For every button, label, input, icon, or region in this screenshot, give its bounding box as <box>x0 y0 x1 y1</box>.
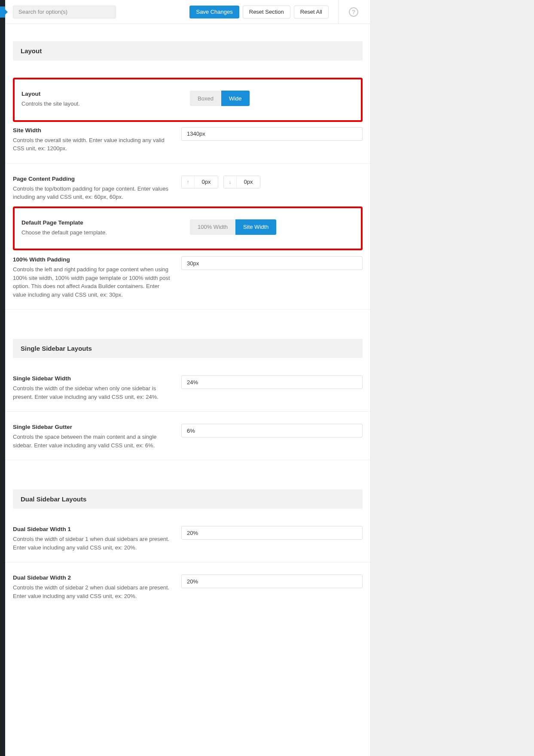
padding-spinner-group: ↑ ↓ <box>181 176 363 188</box>
option-label: Layout <box>21 91 181 97</box>
option-label: 100% Width Padding <box>13 256 173 263</box>
layout-toggle: Boxed Wide <box>190 91 250 106</box>
option-label: Dual Sidebar Width 2 <box>13 574 173 581</box>
option-desc: Controls the space between the main cont… <box>13 433 173 449</box>
panel-top-bar: Save Changes Reset Section Reset All ? <box>5 0 370 24</box>
padding-bottom-input[interactable] <box>237 176 260 188</box>
single-sidebar-width-input[interactable] <box>181 375 363 389</box>
top-divider <box>338 0 339 24</box>
help-icon[interactable]: ? <box>349 7 358 17</box>
option-label: Single Sidebar Gutter <box>13 424 173 430</box>
layout-option-wide[interactable]: Wide <box>221 91 250 106</box>
option-label: Dual Sidebar Width 1 <box>13 526 173 532</box>
option-label: Single Sidebar Width <box>13 375 173 382</box>
default-page-template-toggle: 100% Width Site Width <box>190 219 276 235</box>
option-desc: Controls the left and right padding for … <box>13 265 173 299</box>
save-changes-button[interactable]: Save Changes <box>189 6 239 18</box>
single-sidebar-gutter-input[interactable] <box>181 424 363 437</box>
padding-top-input[interactable] <box>195 176 218 188</box>
sidebar-collapse-tab[interactable] <box>0 6 5 18</box>
option-desc: Controls the width of sidebar 1 when dua… <box>13 535 173 552</box>
section-header-layout: Layout <box>13 41 363 61</box>
option-label: Default Page Template <box>21 219 181 226</box>
template-option-site-width[interactable]: Site Width <box>235 219 276 235</box>
section-header-single-sidebar: Single Sidebar Layouts <box>13 339 363 358</box>
option-label: Site Width <box>13 127 173 134</box>
dual-sidebar-width1-input[interactable] <box>181 526 363 540</box>
option-desc: Controls the top/bottom padding for page… <box>13 185 173 201</box>
option-desc: Controls the overall site width. Enter v… <box>13 136 173 153</box>
template-option-100-width[interactable]: 100% Width <box>190 219 235 235</box>
reset-section-button[interactable]: Reset Section <box>243 6 290 18</box>
dual-sidebar-width2-input[interactable] <box>181 574 363 588</box>
width-100-padding-input[interactable] <box>181 256 363 270</box>
callout-layout: Layout Controls the site layout. Boxed W… <box>13 78 363 122</box>
option-desc: Controls the width of the sidebar when o… <box>13 384 173 401</box>
arrow-up-icon: ↑ <box>182 176 195 188</box>
padding-bottom-spinner[interactable]: ↓ <box>223 176 260 188</box>
callout-default-page-template: Default Page Template Choose the default… <box>13 206 363 251</box>
padding-top-spinner[interactable]: ↑ <box>181 176 218 188</box>
option-desc: Controls the site layout. <box>21 100 181 108</box>
wp-admin-sidebar <box>0 0 5 756</box>
option-desc: Controls the width of sidebar 2 when dua… <box>13 583 173 600</box>
search-input[interactable] <box>13 6 116 18</box>
arrow-down-icon: ↓ <box>224 176 237 188</box>
options-panel: Save Changes Reset Section Reset All ? L… <box>5 0 370 756</box>
option-desc: Choose the default page template. <box>21 228 181 237</box>
option-label: Page Content Padding <box>13 176 173 182</box>
layout-option-boxed[interactable]: Boxed <box>190 91 221 106</box>
section-header-dual-sidebar: Dual Sidebar Layouts <box>13 489 363 509</box>
reset-all-button[interactable]: Reset All <box>294 6 329 18</box>
site-width-input[interactable] <box>181 127 363 141</box>
